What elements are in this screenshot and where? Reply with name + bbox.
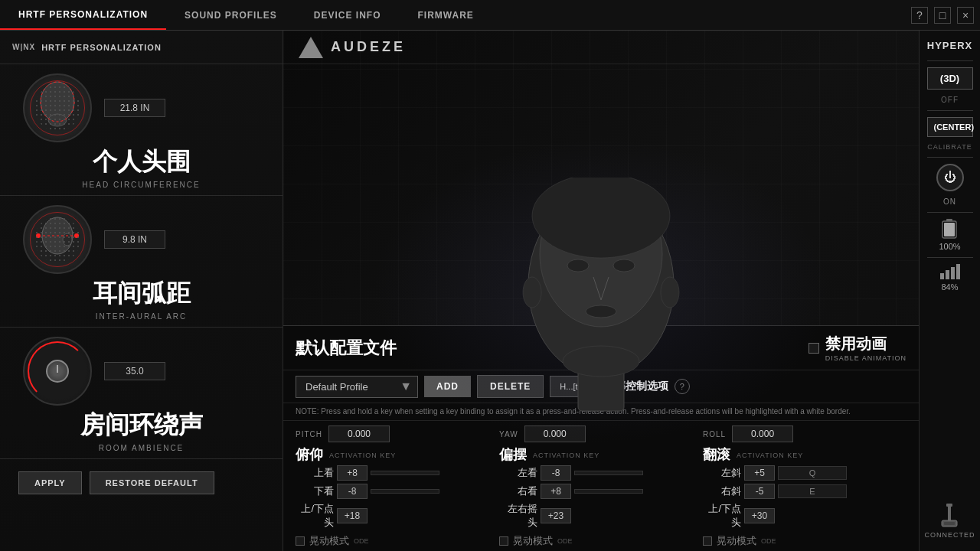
svg-point-10 xyxy=(567,259,589,272)
add-profile-button[interactable]: ADD xyxy=(424,376,471,397)
window-controls: ? □ × xyxy=(911,7,974,24)
head-circumference-label-cn: 个人头围 xyxy=(93,145,191,179)
head-icon-circle xyxy=(23,73,92,142)
main-layout: W|NX HRTF PERSONALIZATION xyxy=(0,31,980,551)
apply-button[interactable]: APPLY xyxy=(18,471,82,494)
svg-point-11 xyxy=(613,259,635,272)
disable-animation-labels: 禁用动画 DISABLE ANIMATION xyxy=(825,334,906,362)
pitch-nod-label: 上/下点头 xyxy=(296,502,334,530)
room-ambience-row: 35.0 xyxy=(0,337,283,406)
pitch-header: PITCH 0.000 xyxy=(296,424,499,444)
roll-left-row: 左斜 +5 Q xyxy=(703,465,906,481)
inter-aural-arc-value[interactable]: 9.8 IN xyxy=(104,230,165,249)
audeze-text: AUDEZE xyxy=(331,39,406,55)
room-ambience-label-cn: 房间环绕声 xyxy=(80,409,203,442)
roll-right-key[interactable]: E xyxy=(778,484,847,498)
3d-button[interactable]: (3D) xyxy=(927,67,973,90)
yaw-right-value[interactable]: +8 xyxy=(541,484,571,499)
hyperx-logo: HYPERX xyxy=(927,40,972,51)
right-panel: HYPERX (3D) OFF (CENTER) CALIBRATE ⏻ ON … xyxy=(919,31,980,551)
roll-activation-label: ACTIVATION KEY xyxy=(737,452,803,459)
center-panel: AUDEZE xyxy=(283,31,919,551)
head-circumference-row: 21.8 IN xyxy=(0,73,283,142)
yaw-left-row: 左看 -8 xyxy=(499,465,703,481)
head-circumference-value[interactable]: 21.8 IN xyxy=(104,99,165,117)
roll-right-row: 右斜 -5 E xyxy=(703,484,906,499)
yaw-shake-label: 左右摇头 xyxy=(499,502,537,530)
roll-left-key[interactable]: Q xyxy=(778,466,847,480)
roll-header: ROLL 0.000 xyxy=(703,424,906,444)
tab-hrtf[interactable]: HRTF PERSONALIZATION xyxy=(0,0,166,30)
mic-percent: 84% xyxy=(941,282,958,292)
svg-rect-24 xyxy=(944,522,955,525)
connected-label: CONNECTED xyxy=(924,531,975,539)
pitch-nod-value[interactable]: +18 xyxy=(337,508,368,523)
head-3d-svg xyxy=(494,178,708,438)
yaw-right-label: 右看 xyxy=(499,484,537,498)
room-ambience-label-en: ROOM AMBIENCE xyxy=(99,444,185,452)
pitch-axis-cn: 俯仰 xyxy=(296,445,323,464)
pitch-up-key[interactable] xyxy=(371,471,439,475)
yaw-shake-label-cn: 晃动模式 xyxy=(513,534,553,548)
yaw-right-row: 右看 +8 xyxy=(499,484,703,499)
yaw-shake-value[interactable]: +23 xyxy=(541,508,571,523)
restore-default-button[interactable]: RESTORE DEFAULT xyxy=(90,471,214,494)
close-icon[interactable]: × xyxy=(957,7,974,24)
pitch-up-value[interactable]: +8 xyxy=(337,465,368,481)
mic-section: 84% xyxy=(940,264,960,292)
head-dot-grid-2 xyxy=(34,217,80,262)
yaw-left-value[interactable]: -8 xyxy=(541,465,571,481)
dial-inner xyxy=(46,360,69,383)
pitch-up-row: 上看 +8 xyxy=(296,465,499,481)
roll-tilt-value[interactable]: +30 xyxy=(744,508,775,523)
connected-section: CONNECTED xyxy=(924,504,975,545)
power-button[interactable]: ⏻ xyxy=(936,164,964,191)
tab-firmware[interactable]: FIRMWARE xyxy=(399,0,492,30)
roll-tilt-label: 上/下点头 xyxy=(703,502,741,530)
pitch-shake-label-cn: 晃动模式 xyxy=(309,534,349,548)
pitch-axis-label: PITCH xyxy=(296,430,322,439)
panel-divider-1 xyxy=(927,60,973,61)
profile-select[interactable]: Default Profile xyxy=(296,376,418,398)
roll-shake-checkbox[interactable] xyxy=(703,536,712,546)
svg-rect-21 xyxy=(946,504,952,507)
disable-animation-section: 禁用动画 DISABLE ANIMATION xyxy=(808,334,906,362)
pitch-down-label: 下看 xyxy=(296,484,334,498)
mic-bar-3 xyxy=(951,267,955,279)
roll-left-value[interactable]: +5 xyxy=(744,465,775,481)
yaw-right-key[interactable] xyxy=(574,489,643,494)
roll-right-value[interactable]: -5 xyxy=(744,484,775,499)
profile-select-wrapper: Default Profile ▼ xyxy=(296,376,418,398)
yaw-left-label: 左看 xyxy=(499,466,537,480)
panel-divider-3 xyxy=(927,157,973,158)
disable-animation-label-cn: 禁用动画 xyxy=(825,334,906,354)
yaw-left-key[interactable] xyxy=(574,471,643,475)
roll-column: ROLL 0.000 翻滚 ACTIVATION KEY 左斜 +5 Q 右斜 xyxy=(703,424,906,548)
yaw-shake-checkbox[interactable] xyxy=(499,536,508,546)
pitch-down-key[interactable] xyxy=(371,489,439,494)
dial-outer xyxy=(23,337,92,406)
room-ambience-dial[interactable] xyxy=(23,337,92,406)
pitch-down-value[interactable]: -8 xyxy=(337,484,368,499)
center-button[interactable]: (CENTER) xyxy=(927,117,973,137)
top-navigation: HRTF PERSONALIZATION SOUND PROFILES DEVI… xyxy=(0,0,980,31)
left-panel-header: W|NX HRTF PERSONALIZATION xyxy=(0,31,283,64)
svg-point-15 xyxy=(523,277,541,308)
room-ambience-value[interactable]: 35.0 xyxy=(104,362,165,380)
minimize-icon[interactable]: □ xyxy=(934,7,951,24)
mic-bar-1 xyxy=(940,273,944,279)
inter-aural-arc-label-en: INTER-AURAL ARC xyxy=(96,312,188,321)
pitch-value[interactable]: 0.000 xyxy=(328,425,390,442)
yaw-activation-label: ACTIVATION KEY xyxy=(533,452,599,459)
inter-aural-arc-row: 9.8 IN xyxy=(0,205,283,274)
roll-value[interactable]: 0.000 xyxy=(732,425,793,442)
pitch-shake-checkbox[interactable] xyxy=(296,536,305,546)
disable-animation-checkbox[interactable] xyxy=(808,343,819,354)
tab-sound-profiles[interactable]: SOUND PROFILES xyxy=(166,0,296,30)
tab-device-info[interactable]: DEVICE INFO xyxy=(296,0,400,30)
svg-rect-20 xyxy=(944,223,955,236)
help-icon[interactable]: ? xyxy=(911,7,928,24)
battery-section: 100% xyxy=(939,219,960,251)
inter-aural-arc-section: 9.8 IN 耳间弧距 INTER-AURAL ARC xyxy=(0,196,283,328)
panel-divider-2 xyxy=(927,110,973,111)
